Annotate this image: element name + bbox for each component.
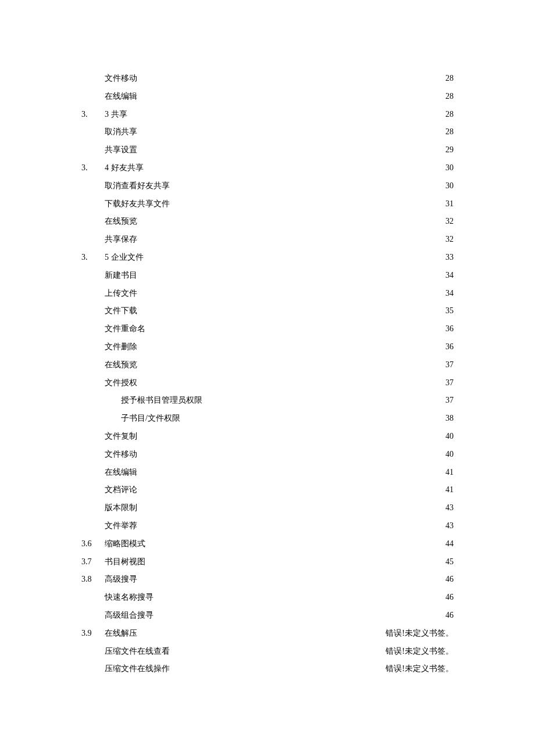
toc-section-number: 3. <box>81 159 105 177</box>
toc-page-number[interactable]: 33 <box>440 249 454 267</box>
toc-page: 文件移动28在线编辑283.3 共享28取消共享28共享设置293.4 好友共享… <box>0 0 535 756</box>
toc-entry-title[interactable]: 下载好友共享文件 <box>105 195 170 213</box>
toc-row: 3.7书目树视图45 <box>81 553 454 571</box>
toc-page-number[interactable]: 31 <box>440 195 454 213</box>
toc-entry-title[interactable]: 高级搜寻 <box>105 571 137 589</box>
toc-row: 授予根书目管理员权限37 <box>81 392 454 410</box>
toc-page-number[interactable]: 46 <box>440 589 454 607</box>
toc-entry-title[interactable]: 共享保存 <box>105 231 137 249</box>
toc-entry-title[interactable]: 共享设置 <box>105 141 137 159</box>
toc-entry-title[interactable]: 子书目/文件权限 <box>121 410 180 428</box>
toc-entry-title[interactable]: 书目树视图 <box>105 553 145 571</box>
toc-page-number[interactable]: 43 <box>440 517 454 535</box>
toc-entry-title[interactable]: 压缩文件在线操作 <box>105 660 170 678</box>
toc-page-number[interactable]: 32 <box>440 213 454 231</box>
toc-section-number: 3.7 <box>81 553 105 571</box>
toc-entry-title[interactable]: 5 企业文件 <box>105 249 144 267</box>
toc-section-number: 3.9 <box>81 625 105 643</box>
toc-row: 文件举荐43 <box>81 517 454 535</box>
toc-entry-title[interactable]: 文件举荐 <box>105 517 137 535</box>
toc-entry-title[interactable]: 新建书目 <box>105 267 137 285</box>
toc-page-number[interactable]: 43 <box>440 499 454 517</box>
toc-row: 版本限制43 <box>81 499 454 517</box>
toc-entry-title[interactable]: 文档评论 <box>105 481 137 499</box>
toc-section-number: 3. <box>81 106 105 124</box>
toc-section-number: 3.6 <box>81 535 105 553</box>
toc-row: 文件删除36 <box>81 338 454 356</box>
toc-page-number[interactable]: 46 <box>440 607 454 625</box>
toc-page-number[interactable]: 28 <box>440 106 454 124</box>
toc-entry-title[interactable]: 高级组合搜寻 <box>105 607 154 625</box>
toc-row: 下载好友共享文件31 <box>81 195 454 213</box>
toc-entry-title[interactable]: 文件重命名 <box>105 320 145 338</box>
toc-page-number[interactable]: 45 <box>440 553 454 571</box>
toc-entry-title[interactable]: 在线编辑 <box>105 464 137 482</box>
toc-page-number[interactable]: 44 <box>440 535 454 553</box>
toc-entry-title[interactable]: 3 共享 <box>105 106 127 124</box>
toc-entry-title[interactable]: 文件授权 <box>105 374 137 392</box>
toc-page-number[interactable]: 35 <box>440 302 454 320</box>
toc-row: 文档评论41 <box>81 481 454 499</box>
toc-page-number[interactable]: 28 <box>440 70 454 88</box>
toc-page-number[interactable]: 41 <box>440 481 454 499</box>
toc-entry-title[interactable]: 文件删除 <box>105 338 137 356</box>
toc-row: 子书目/文件权限38 <box>81 410 454 428</box>
toc-row: 3.3 共享28 <box>81 106 454 124</box>
toc-row: 文件授权37 <box>81 374 454 392</box>
toc-entry-title[interactable]: 压缩文件在线查看 <box>105 643 170 661</box>
toc-row: 压缩文件在线查看错误!未定义书签。 <box>81 643 454 661</box>
toc-entry-title[interactable]: 文件移动 <box>105 446 137 464</box>
toc-page-number[interactable]: 30 <box>440 177 454 195</box>
toc-entry-title[interactable]: 在线预览 <box>105 213 137 231</box>
toc-page-number[interactable]: 36 <box>440 338 454 356</box>
toc-entry-title[interactable]: 在线解压 <box>105 625 137 643</box>
toc-page-number[interactable]: 32 <box>440 231 454 249</box>
toc-entry-title[interactable]: 4 好友共享 <box>105 159 144 177</box>
toc-row: 文件移动28 <box>81 70 454 88</box>
toc-entry-title[interactable]: 快速名称搜寻 <box>105 589 154 607</box>
toc-page-number[interactable]: 错误!未定义书签。 <box>386 643 454 661</box>
toc-row: 在线编辑41 <box>81 464 454 482</box>
toc-page-number[interactable]: 29 <box>440 141 454 159</box>
toc-page-number[interactable]: 40 <box>440 446 454 464</box>
toc-row: 在线预览37 <box>81 356 454 374</box>
toc-row: 文件移动40 <box>81 446 454 464</box>
toc-entry-title[interactable]: 文件复制 <box>105 428 137 446</box>
toc-row: 3.8高级搜寻46 <box>81 571 454 589</box>
toc-page-number[interactable]: 36 <box>440 320 454 338</box>
toc-row: 取消查看好友共享30 <box>81 177 454 195</box>
toc-entry-title[interactable]: 在线预览 <box>105 356 137 374</box>
toc-entry-title[interactable]: 文件下载 <box>105 302 137 320</box>
toc-row: 文件重命名36 <box>81 320 454 338</box>
toc-entry-title[interactable]: 在线编辑 <box>105 88 137 106</box>
toc-page-number[interactable]: 38 <box>440 410 454 428</box>
toc-row: 快速名称搜寻46 <box>81 589 454 607</box>
toc-entry-title[interactable]: 缩略图模式 <box>105 535 145 553</box>
toc-page-number[interactable]: 46 <box>440 571 454 589</box>
toc-page-number[interactable]: 41 <box>440 464 454 482</box>
toc-row: 压缩文件在线操作错误!未定义书签。 <box>81 660 454 678</box>
toc-entry-title[interactable]: 文件移动 <box>105 70 137 88</box>
toc-entry-title[interactable]: 上传文件 <box>105 285 137 303</box>
toc-page-number[interactable]: 37 <box>440 374 454 392</box>
toc-page-number[interactable]: 30 <box>440 159 454 177</box>
toc-page-number[interactable]: 34 <box>440 267 454 285</box>
toc-page-number[interactable]: 37 <box>440 392 454 410</box>
toc-page-number[interactable]: 40 <box>440 428 454 446</box>
toc-row: 文件复制40 <box>81 428 454 446</box>
toc-entry-title[interactable]: 授予根书目管理员权限 <box>121 392 202 410</box>
toc-page-number[interactable]: 37 <box>440 356 454 374</box>
toc-row: 共享保存32 <box>81 231 454 249</box>
toc-entry-title[interactable]: 取消查看好友共享 <box>105 177 170 195</box>
toc-entry-title[interactable]: 取消共享 <box>105 123 137 141</box>
toc-page-number[interactable]: 错误!未定义书签。 <box>386 660 454 678</box>
toc-entry-title[interactable]: 版本限制 <box>105 499 137 517</box>
toc-section-number: 3. <box>81 249 105 267</box>
table-of-contents: 文件移动28在线编辑283.3 共享28取消共享28共享设置293.4 好友共享… <box>81 70 454 678</box>
toc-page-number[interactable]: 34 <box>440 285 454 303</box>
toc-row: 新建书目34 <box>81 267 454 285</box>
toc-row: 3.9在线解压错误!未定义书签。 <box>81 625 454 643</box>
toc-page-number[interactable]: 错误!未定义书签。 <box>386 625 454 643</box>
toc-page-number[interactable]: 28 <box>440 123 454 141</box>
toc-page-number[interactable]: 28 <box>440 88 454 106</box>
